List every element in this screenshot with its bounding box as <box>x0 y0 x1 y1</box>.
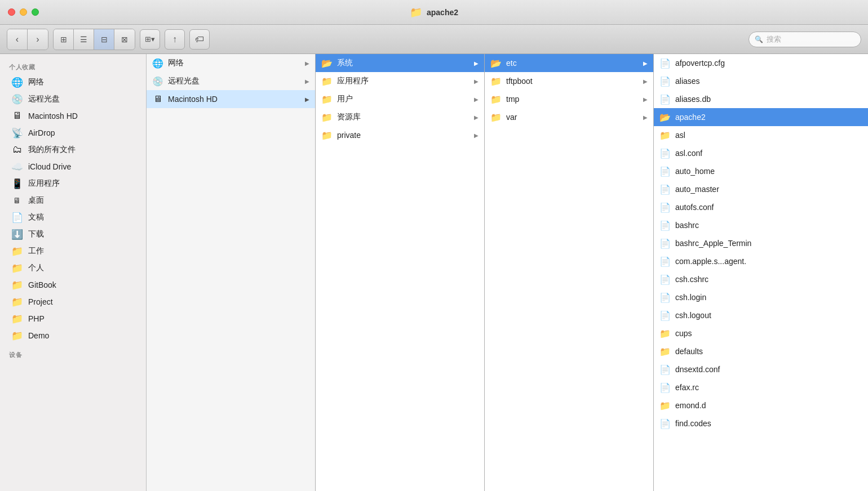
file-name: tftpboot <box>506 77 639 86</box>
file-icon: 📄 <box>659 418 671 429</box>
sidebar-item-all-files[interactable]: 🗂 我的所有文件 <box>2 141 144 158</box>
file-name: 系统 <box>337 58 470 68</box>
list-item[interactable]: 📁 应用程序 ▶ <box>316 72 484 90</box>
folder-blue-icon: 📂 <box>659 111 671 123</box>
sidebar-item-demo[interactable]: 📁 Demo <box>2 327 144 344</box>
expand-arrow: ▶ <box>305 78 309 84</box>
list-item[interactable]: 📄 efax.rc <box>654 378 868 396</box>
file-icon: 📄 <box>659 292 671 303</box>
close-button[interactable] <box>8 8 15 16</box>
list-item[interactable]: 📄 csh.cshrc <box>654 270 868 288</box>
list-item[interactable]: 🖥 Macintosh HD ▶ <box>147 90 315 108</box>
file-name: etc <box>506 59 639 68</box>
list-item[interactable]: 📄 bashrc <box>654 216 868 234</box>
file-name: 应用程序 <box>337 76 470 86</box>
list-view-button[interactable]: ☰ <box>74 29 94 50</box>
list-item[interactable]: 📄 asl.conf <box>654 144 868 162</box>
list-item[interactable]: 📁 asl <box>654 126 868 144</box>
sidebar-item-label: 文稿 <box>28 212 44 222</box>
list-item[interactable]: 📄 dnsextd.conf <box>654 360 868 378</box>
back-button[interactable]: ‹ <box>7 29 28 50</box>
folder-icon: 📁 <box>659 346 671 357</box>
list-item[interactable]: 📁 cups <box>654 324 868 342</box>
list-item[interactable]: 💿 远程光盘 ▶ <box>147 72 315 90</box>
file-name: 网络 <box>168 58 300 68</box>
cover-view-button[interactable]: ⊠ <box>114 29 135 50</box>
file-icon: 📄 <box>659 274 671 285</box>
sidebar-item-personal[interactable]: 📁 个人 <box>2 260 144 276</box>
folder-blue-icon: 📂 <box>321 57 333 69</box>
sidebar-item-network[interactable]: 🌐 网络 <box>2 74 144 91</box>
sidebar-section-favorites: 个人收藏 <box>0 56 146 74</box>
list-item[interactable]: 📄 csh.logout <box>654 306 868 324</box>
tag-button[interactable]: 🏷 <box>189 29 210 50</box>
sidebar-item-php[interactable]: 📁 PHP <box>2 310 144 327</box>
list-item[interactable]: 📁 defaults <box>654 342 868 360</box>
list-item[interactable]: 📂 apache2 <box>654 108 868 126</box>
sidebar-item-airdrop[interactable]: 📡 AirDrop <box>2 124 144 141</box>
file-name: aliases <box>675 77 862 86</box>
documents-icon: 📄 <box>11 212 23 223</box>
folder-icon: 📁 <box>490 111 502 123</box>
list-item[interactable]: 📄 auto_master <box>654 180 868 198</box>
sidebar-item-desktop[interactable]: 🖥 桌面 <box>2 192 144 209</box>
list-item[interactable]: 📄 auto_home <box>654 162 868 180</box>
sidebar-item-project[interactable]: 📁 Project <box>2 293 144 310</box>
list-item[interactable]: 📁 tftpboot ▶ <box>485 72 653 90</box>
list-item[interactable]: 📁 tmp ▶ <box>485 90 653 108</box>
folder-icon: 📁 <box>11 279 23 291</box>
sidebar-item-downloads[interactable]: ⬇️ 下载 <box>2 226 144 243</box>
list-item[interactable]: 📄 aliases <box>654 72 868 90</box>
list-item[interactable]: 📁 用户 ▶ <box>316 90 484 108</box>
folder-icon: 📁 <box>11 313 23 324</box>
sidebar-item-icloud[interactable]: ☁️ iCloud Drive <box>2 158 144 175</box>
file-icon: 📄 <box>659 238 671 249</box>
sidebar-item-apps[interactable]: 📱 应用程序 <box>2 175 144 192</box>
list-item[interactable]: 🌐 网络 ▶ <box>147 54 315 72</box>
file-name: auto_master <box>675 185 862 194</box>
icon-view-button[interactable]: ⊞ <box>54 29 74 50</box>
list-item[interactable]: 📁 资源库 ▶ <box>316 108 484 126</box>
file-icon: 📄 <box>659 75 671 87</box>
expand-arrow: ▶ <box>474 132 479 139</box>
list-item[interactable]: 📄 com.apple.s...agent. <box>654 252 868 270</box>
list-item[interactable]: 📂 etc ▶ <box>485 54 653 72</box>
file-name: 资源库 <box>337 112 470 122</box>
group-button[interactable]: ⊞▾ <box>140 29 160 50</box>
maximize-button[interactable] <box>32 8 39 16</box>
column-4: 📄 afpovertcp.cfg 📄 aliases 📄 aliases.db … <box>654 54 868 491</box>
list-item[interactable]: 📄 autofs.conf <box>654 198 868 216</box>
list-item[interactable]: 📄 find.codes <box>654 414 868 432</box>
expand-arrow: ▶ <box>474 96 479 102</box>
expand-arrow: ▶ <box>643 78 648 84</box>
forward-button[interactable]: › <box>28 29 48 50</box>
sidebar-item-remote-disk[interactable]: 💿 远程光盘 <box>2 91 144 108</box>
sidebar-item-work[interactable]: 📁 工作 <box>2 243 144 260</box>
sidebar-item-label: 个人 <box>28 263 44 273</box>
sidebar-item-macintosh-hd[interactable]: 🖥 Macintosh HD <box>2 108 144 124</box>
icloud-icon: ☁️ <box>11 161 23 172</box>
file-name: asl <box>675 131 862 140</box>
list-item[interactable]: 📄 afpovertcp.cfg <box>654 54 868 72</box>
file-name: find.codes <box>675 419 862 428</box>
list-item[interactable]: 📄 aliases.db <box>654 90 868 108</box>
sidebar-item-label: 下载 <box>28 229 44 239</box>
list-item[interactable]: 📁 var ▶ <box>485 108 653 126</box>
minimize-button[interactable] <box>20 8 27 16</box>
sidebar-item-documents[interactable]: 📄 文稿 <box>2 209 144 226</box>
list-item[interactable]: 📄 csh.login <box>654 288 868 306</box>
search-bar[interactable]: 🔍 搜索 <box>749 32 861 47</box>
expand-arrow: ▶ <box>474 60 479 66</box>
list-item[interactable]: 📄 bashrc_Apple_Termin <box>654 234 868 252</box>
file-name: cups <box>675 329 862 338</box>
action-button[interactable]: ↑ <box>165 29 185 50</box>
network-icon: 🌐 <box>11 77 23 88</box>
column-view-button[interactable]: ⊟ <box>94 29 114 50</box>
sidebar-item-label: GitBook <box>28 280 56 289</box>
sidebar-item-gitbook[interactable]: 📁 GitBook <box>2 276 144 293</box>
list-item[interactable]: 📁 private ▶ <box>316 126 484 144</box>
sidebar-item-label: Project <box>28 297 53 306</box>
list-item[interactable]: 📂 系统 ▶ <box>316 54 484 72</box>
list-item[interactable]: 📁 emond.d <box>654 396 868 414</box>
title-bar: 📁 apache2 <box>0 0 868 25</box>
